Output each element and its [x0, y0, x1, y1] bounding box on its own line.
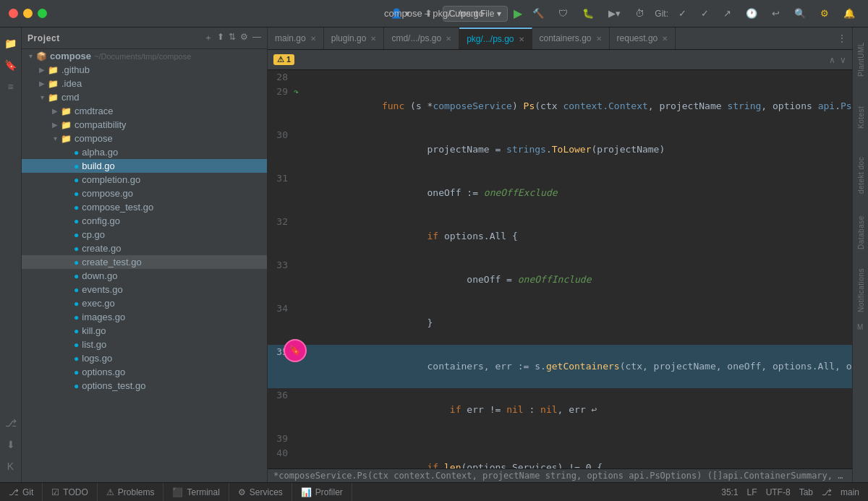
- chevron-down-icon[interactable]: ∨: [840, 55, 846, 65]
- line-ending[interactable]: LF: [747, 487, 757, 497]
- tree-item-create-test-go[interactable]: ● create_test.go: [22, 255, 267, 269]
- bottom-tab-todo[interactable]: ☑ TODO: [43, 483, 97, 501]
- tree-root[interactable]: ▾ 📦 compose ~/Documents/tmp/compose: [22, 49, 267, 63]
- search-button[interactable]: 🔍: [790, 6, 810, 21]
- tab-main-go[interactable]: main.go ✕: [268, 27, 324, 49]
- tree-item-down-go[interactable]: ● down.go: [22, 269, 267, 283]
- tab-close-plugin-go[interactable]: ✕: [370, 35, 376, 43]
- notifications-panel-icon[interactable]: Notifications: [853, 262, 869, 320]
- tree-item-build-go[interactable]: ● build.go: [22, 159, 267, 173]
- bottom-tab-services[interactable]: ⚙ Services: [229, 483, 292, 501]
- folder-icon-github: 📁: [48, 65, 59, 75]
- tree-item-compatibility[interactable]: ▶ 📁 compatibility: [22, 118, 267, 132]
- tree-item-config-go[interactable]: ● config.go: [22, 214, 267, 228]
- code-lines: 28 29 ↷ func (s *composeService) Ps(ctx …: [268, 70, 852, 468]
- tab-pkg-ps-go[interactable]: pkg/.../ps.go ✕: [459, 27, 532, 49]
- tab-close-request-go[interactable]: ✕: [662, 35, 668, 43]
- code-line-28: 28: [268, 70, 852, 85]
- add-folder-icon[interactable]: ＋: [204, 32, 213, 44]
- tree-item-kill-go[interactable]: ● kill.go: [22, 324, 267, 338]
- close-button[interactable]: [9, 9, 18, 18]
- bottom-tab-git[interactable]: ⎇ Git: [0, 483, 43, 501]
- tree-item-images-go[interactable]: ● images.go: [22, 310, 267, 324]
- tree-item-github[interactable]: ▶ 📁 .github: [22, 63, 267, 77]
- database-panel-icon[interactable]: Database: [853, 204, 869, 262]
- tab-containers-go[interactable]: containers.go ✕: [532, 27, 610, 49]
- maximize-button[interactable]: [38, 9, 47, 18]
- project-icon[interactable]: 📁: [1, 33, 21, 53]
- settings-icon[interactable]: ⚙: [816, 6, 833, 21]
- notifications-icon[interactable]: 🔔: [839, 6, 859, 21]
- tab-close-main-go[interactable]: ✕: [310, 35, 316, 43]
- tree-item-list-go[interactable]: ● list.go: [22, 338, 267, 351]
- main-area: 📁 🔖 ≡ ⎇ ⬇ K Project ＋ ⬆ ⇅ ⚙ — ▾ 📦 compos…: [0, 27, 868, 482]
- tab-close-pkg-ps-go[interactable]: ✕: [519, 35, 524, 43]
- close-sidebar-icon[interactable]: —: [252, 32, 261, 44]
- cursor-position[interactable]: 35:1: [721, 487, 738, 497]
- history-icon[interactable]: 🕐: [741, 6, 762, 21]
- collapse-all-icon[interactable]: ⬆: [217, 32, 224, 44]
- structure-icon[interactable]: ≡: [1, 77, 21, 97]
- tree-item-idea[interactable]: ▶ 📁 .idea: [22, 77, 267, 90]
- build-icon[interactable]: 🔨: [528, 6, 548, 21]
- debug-icon[interactable]: 🐛: [578, 6, 598, 21]
- bottom-tab-terminal[interactable]: ⬛ Terminal: [163, 483, 229, 501]
- more-run-icon[interactable]: ▶▾: [604, 6, 625, 21]
- git-check-icon[interactable]: ✓: [674, 6, 691, 21]
- detekt-panel-icon[interactable]: detekt doc: [853, 146, 869, 204]
- tab-plugin-go[interactable]: plugin.go ✕: [324, 27, 385, 49]
- bookmarks-icon[interactable]: 🔖: [1, 55, 21, 75]
- tree-item-cmdtrace[interactable]: ▶ 📁 cmdtrace: [22, 104, 267, 118]
- rollback-icon[interactable]: ↩: [767, 6, 784, 21]
- plantuml-panel-icon[interactable]: PlantUML: [853, 30, 869, 88]
- tree-item-compose-test-go[interactable]: ● compose_test.go: [22, 200, 267, 214]
- tree-item-logs-go[interactable]: ● logs.go: [22, 351, 267, 365]
- bottom-tab-problems[interactable]: ⚠ Problems: [98, 483, 164, 501]
- git-branch[interactable]: main: [841, 487, 859, 497]
- git-push-icon[interactable]: ↗: [719, 6, 736, 21]
- folder-icon-compose: 📁: [61, 134, 72, 144]
- tree-item-create-go[interactable]: ● create.go: [22, 241, 267, 255]
- tab-request-go[interactable]: request.go ✕: [610, 27, 676, 49]
- profile-icon[interactable]: ⏱: [631, 6, 649, 21]
- tree-item-compose-folder[interactable]: ▾ 📁 compose: [22, 132, 267, 145]
- chevron-up-icon[interactable]: ∧: [829, 55, 835, 65]
- m-panel-icon[interactable]: M: [853, 320, 869, 334]
- bottom-tab-profiler[interactable]: 📊 Profiler: [292, 483, 352, 501]
- tab-close-cmd-ps-go[interactable]: ✕: [446, 35, 451, 43]
- tree-item-cmd[interactable]: ▾ 📁 cmd: [22, 90, 267, 104]
- code-editor[interactable]: 28 29 ↷ func (s *composeService) Ps(ctx …: [268, 70, 852, 468]
- git-update-icon[interactable]: ✓: [697, 6, 713, 21]
- tree-item-exec-go[interactable]: ● exec.go: [22, 296, 267, 310]
- tab-label: containers.go: [540, 33, 592, 43]
- git-icon[interactable]: ⎇: [1, 413, 21, 433]
- tree-item-completion-go[interactable]: ● completion.go: [22, 173, 267, 187]
- line-gutter-30: [294, 128, 308, 171]
- impl-icon-29[interactable]: ↷: [294, 87, 299, 97]
- tree-item-options-go[interactable]: ● options.go: [22, 365, 267, 379]
- file-icon-compose-go: ●: [74, 189, 79, 199]
- run-button[interactable]: ▶: [514, 7, 522, 20]
- kotest-panel-icon[interactable]: Kotest: [853, 88, 869, 146]
- tree-item-alpha-go[interactable]: ● alpha.go: [22, 145, 267, 159]
- file-icon-cp: ●: [74, 230, 79, 240]
- tree-item-compose-go[interactable]: ● compose.go: [22, 187, 267, 200]
- tab-close-containers-go[interactable]: ✕: [596, 35, 602, 43]
- tree-item-events-go[interactable]: ● events.go: [22, 283, 267, 296]
- tabs-more-button[interactable]: ⋮: [832, 33, 852, 43]
- tab-cmd-ps-go[interactable]: cmd/.../ps.go ✕: [384, 27, 459, 49]
- pull-requests-icon[interactable]: ⬇: [1, 434, 21, 455]
- code-line-31: 31 oneOff := oneOffExclude: [268, 171, 852, 215]
- encoding[interactable]: UTF-8: [766, 487, 791, 497]
- todo-tab-icon: ☑: [51, 487, 59, 497]
- item-label: compose.go: [82, 188, 133, 199]
- settings-sidebar-icon[interactable]: ⚙: [240, 32, 248, 44]
- kotest-icon[interactable]: K: [1, 456, 21, 476]
- indent-style[interactable]: Tab: [799, 487, 813, 497]
- coverage-icon[interactable]: 🛡: [554, 6, 572, 21]
- minimize-button[interactable]: [23, 9, 33, 18]
- sort-icon[interactable]: ⇅: [229, 32, 236, 44]
- line-gutter-35: 🔖: [294, 345, 308, 388]
- tree-item-options-test-go[interactable]: ● options_test.go: [22, 379, 267, 393]
- tree-item-cp-go[interactable]: ● cp.go: [22, 228, 267, 241]
